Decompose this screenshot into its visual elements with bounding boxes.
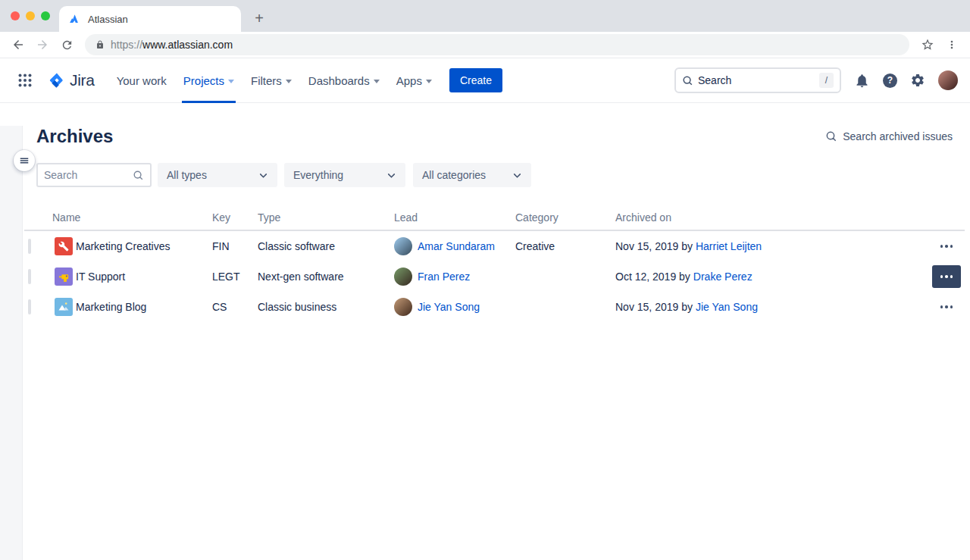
page-title: Archives xyxy=(36,126,113,147)
new-tab-button[interactable]: + xyxy=(249,8,270,29)
row-actions-menu-button[interactable] xyxy=(932,235,961,258)
drill-project-icon xyxy=(55,267,73,286)
forward-button[interactable] xyxy=(32,34,53,55)
nav-item-your-work[interactable]: Your work xyxy=(108,58,175,103)
back-button[interactable] xyxy=(8,34,29,55)
maximize-window-button[interactable] xyxy=(41,11,50,20)
row-checkbox[interactable] xyxy=(28,239,31,254)
chevron-down-icon xyxy=(512,171,522,180)
chevron-down-icon xyxy=(426,80,432,83)
lead-link[interactable]: Amar Sundaram xyxy=(418,240,495,252)
header-type: Type xyxy=(258,211,394,224)
browser-address-bar: https://www.atlassian.com xyxy=(0,32,970,58)
header-name: Name xyxy=(52,211,212,224)
chevron-down-icon xyxy=(228,80,234,83)
table-search-input[interactable] xyxy=(44,169,133,181)
filter-bar: All types Everything All categories xyxy=(36,163,953,187)
app-switcher-icon[interactable] xyxy=(18,74,32,87)
row-checkbox[interactable] xyxy=(28,269,31,284)
global-search-input[interactable] xyxy=(698,74,815,86)
reload-button[interactable] xyxy=(56,34,77,55)
lead-link[interactable]: Jie Yan Song xyxy=(418,301,480,313)
bookmark-star-icon[interactable] xyxy=(917,34,938,55)
nav-item-projects[interactable]: Projects xyxy=(175,58,242,103)
nav-item-dashboards[interactable]: Dashboards xyxy=(300,58,388,103)
lead-avatar xyxy=(394,267,412,286)
header-archived-on: Archived on xyxy=(615,211,928,224)
row-actions-menu-button-active[interactable] xyxy=(932,265,961,288)
table-row: Marketing Creatives FIN Classic software… xyxy=(24,231,965,261)
lead-link[interactable]: Fran Perez xyxy=(418,271,470,283)
table-header-row: Name Key Type Lead Category Archived on xyxy=(24,208,965,231)
lock-icon xyxy=(95,40,105,49)
archives-table: Name Key Type Lead Category Archived on … xyxy=(24,208,965,322)
window-controls xyxy=(11,11,50,20)
chevron-down-icon xyxy=(374,80,380,83)
collapsed-sidebar xyxy=(0,126,23,560)
chevron-down-icon xyxy=(286,80,292,83)
archived-date: Nov 15, 2019 by xyxy=(615,240,693,252)
search-shortcut-badge: / xyxy=(819,73,834,88)
url-omnibox[interactable]: https://www.atlassian.com xyxy=(85,34,909,55)
tab-title: Atlassian xyxy=(88,14,128,25)
search-icon xyxy=(825,130,837,142)
wrench-project-icon xyxy=(55,237,73,255)
project-name-link[interactable]: Marketing Blog xyxy=(76,301,146,313)
lead-avatar xyxy=(394,237,412,255)
archived-by-link[interactable]: Jie Yan Song xyxy=(696,301,758,313)
project-key: FIN xyxy=(212,240,258,252)
global-search-box[interactable]: / xyxy=(674,67,841,93)
chevron-down-icon xyxy=(258,171,268,180)
project-type: Next-gen software xyxy=(258,271,394,283)
project-name-link[interactable]: IT Support xyxy=(76,271,125,283)
archived-date: Nov 15, 2019 by xyxy=(615,301,693,313)
archives-page: Archives Search archived issues All type… xyxy=(0,126,970,560)
table-row: IT Support LEGT Next-gen software Fran P… xyxy=(24,261,965,292)
search-icon xyxy=(682,75,693,86)
url-text: https://www.atlassian.com xyxy=(111,39,233,51)
jira-top-navbar: Jira Your work Projects Filters Dashboar… xyxy=(0,58,970,103)
row-actions-menu-button[interactable] xyxy=(932,296,961,318)
browser-menu-kebab-icon[interactable] xyxy=(941,34,962,55)
jira-logo[interactable]: Jira xyxy=(48,71,95,89)
header-key: Key xyxy=(212,211,258,224)
notifications-bell-icon[interactable] xyxy=(854,73,870,89)
create-button[interactable]: Create xyxy=(449,68,502,92)
chevron-down-icon xyxy=(386,171,396,180)
types-filter-dropdown[interactable]: All types xyxy=(158,163,277,187)
header-category: Category xyxy=(515,211,615,224)
archived-by-link[interactable]: Drake Perez xyxy=(693,271,753,283)
nav-item-filters[interactable]: Filters xyxy=(242,58,300,103)
archived-date: Oct 12, 2019 by xyxy=(615,271,690,283)
atlassian-favicon-icon xyxy=(68,13,80,25)
scope-filter-dropdown[interactable]: Everything xyxy=(284,163,405,187)
settings-gear-icon[interactable] xyxy=(910,73,925,88)
browser-tab-strip: Atlassian + xyxy=(0,0,970,32)
project-type: Classic business xyxy=(258,301,394,313)
search-icon xyxy=(133,170,144,181)
header-lead: Lead xyxy=(394,211,515,224)
user-avatar[interactable] xyxy=(938,70,958,90)
project-category: Creative xyxy=(515,240,615,252)
table-search-box[interactable] xyxy=(36,163,152,187)
sidebar-expand-button[interactable] xyxy=(14,150,35,171)
categories-filter-dropdown[interactable]: All categories xyxy=(413,163,531,187)
project-key: CS xyxy=(212,301,258,313)
row-checkbox[interactable] xyxy=(28,299,31,314)
project-type: Classic software xyxy=(258,240,394,252)
jira-logo-icon xyxy=(48,72,65,89)
lead-avatar xyxy=(394,298,412,316)
nav-item-apps[interactable]: Apps xyxy=(388,58,440,103)
jira-logo-text: Jira xyxy=(70,71,95,89)
project-key: LEGT xyxy=(212,271,258,283)
search-archived-issues-link[interactable]: Search archived issues xyxy=(825,130,953,142)
close-window-button[interactable] xyxy=(11,11,20,20)
browser-tab[interactable]: Atlassian xyxy=(59,6,241,32)
help-icon[interactable]: ? xyxy=(883,74,897,88)
table-row: Marketing Blog CS Classic business Jie Y… xyxy=(24,292,965,322)
archived-by-link[interactable]: Harriet Leijten xyxy=(696,240,762,252)
minimize-window-button[interactable] xyxy=(26,11,35,20)
project-name-link[interactable]: Marketing Creatives xyxy=(76,240,171,252)
mountains-project-icon xyxy=(55,298,73,316)
